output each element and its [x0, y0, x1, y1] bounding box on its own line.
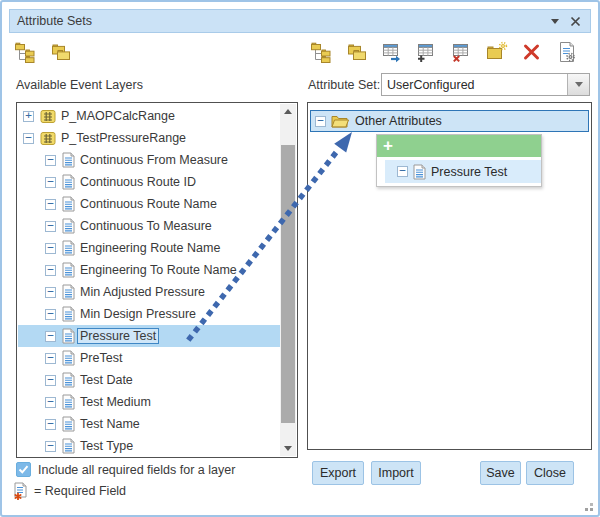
attribute-set-value: UserConfigured — [382, 74, 567, 95]
expand-tree-button[interactable] — [311, 41, 333, 63]
table-remove-icon — [451, 41, 473, 63]
expander-icon[interactable]: − — [45, 221, 56, 232]
expander-icon[interactable]: − — [45, 419, 56, 430]
expander-icon[interactable]: − — [45, 331, 56, 342]
field-icon — [62, 372, 75, 388]
attribute-sets-dialog: Attribute Sets Available Event Layers At… — [0, 0, 600, 517]
tree-item-label: P_MAOPCalcRange — [61, 109, 175, 123]
folder-new-button[interactable] — [486, 41, 508, 63]
tree-item-min-adjusted-pressure[interactable]: −Min Adjusted Pressure — [18, 281, 280, 303]
expander-icon[interactable]: − — [45, 265, 56, 276]
save-button[interactable]: Save — [480, 461, 521, 485]
drop-indicator: + — [377, 135, 541, 157]
field-icon — [62, 196, 75, 212]
other-attributes-node[interactable]: − Other Attributes — [310, 110, 589, 132]
open-folders-icon — [50, 41, 72, 63]
delete-icon — [521, 41, 543, 63]
close-icon[interactable] — [570, 16, 581, 27]
window-menu-caret-icon[interactable] — [551, 19, 559, 24]
table-add-button[interactable] — [416, 41, 438, 63]
tree-item-continuous-route-name[interactable]: −Continuous Route Name — [18, 193, 280, 215]
other-attributes-label: Other Attributes — [355, 114, 442, 128]
expander-icon[interactable]: − — [45, 441, 56, 452]
field-icon — [62, 174, 75, 190]
table-import-icon — [381, 41, 403, 63]
dragged-item: − Pressure Test — [385, 160, 541, 183]
open-folders-button[interactable] — [50, 41, 72, 63]
include-required-checkbox[interactable] — [16, 462, 31, 477]
expand-tree-button[interactable] — [15, 41, 37, 63]
table-add-icon — [416, 41, 438, 63]
tree-item-pretest[interactable]: −PreTest — [18, 347, 280, 369]
tree-item-pressure-test[interactable]: −Pressure Test — [18, 325, 280, 347]
tree-item-label: Test Name — [80, 417, 140, 431]
expander-icon[interactable]: − — [45, 309, 56, 320]
tree-item-test-type[interactable]: −Test Type — [18, 435, 280, 457]
tree-item-engineering-route-name[interactable]: −Engineering Route Name — [18, 237, 280, 259]
tree-item-continuous-route-id[interactable]: −Continuous Route ID — [18, 171, 280, 193]
tree-item-label: Continuous Route ID — [80, 175, 196, 189]
field-icon — [62, 328, 75, 344]
tree-rows: +P_MAOPCalcRange−P_TestPressureRange−Con… — [18, 105, 280, 457]
tree-item-label: Min Design Pressure — [80, 307, 196, 321]
tree-item-test-date[interactable]: −Test Date — [18, 369, 280, 391]
field-icon — [413, 164, 426, 180]
field-icon — [62, 218, 75, 234]
open-folder-icon — [331, 114, 349, 128]
scroll-down-arrow-icon[interactable] — [280, 441, 296, 456]
report-settings-button[interactable] — [556, 41, 578, 63]
layer-icon — [40, 109, 56, 124]
expander-icon[interactable]: − — [45, 397, 56, 408]
available-event-layers-label: Available Event Layers — [16, 78, 143, 92]
include-required-row: Include all required fields for a layer — [16, 462, 235, 477]
open-folders-button[interactable] — [346, 41, 368, 63]
expander-icon[interactable]: − — [45, 353, 56, 364]
table-remove-button[interactable] — [451, 41, 473, 63]
scroll-up-arrow-icon[interactable] — [280, 104, 296, 119]
tree-item-continuous-to-measure[interactable]: −Continuous To Measure — [18, 215, 280, 237]
source-toolbar — [15, 41, 72, 63]
tree-item-p-testpressurerange[interactable]: −P_TestPressureRange — [18, 127, 280, 149]
expander-icon[interactable]: − — [45, 199, 56, 210]
tree-item-label: Continuous From Measure — [80, 153, 228, 167]
field-icon — [62, 240, 75, 256]
vertical-scrollbar[interactable] — [280, 104, 296, 456]
expander-icon[interactable]: − — [45, 287, 56, 298]
tree-item-engineering-to-route-name[interactable]: −Engineering To Route Name — [18, 259, 280, 281]
table-import-button[interactable] — [381, 41, 403, 63]
dropdown-button[interactable] — [567, 74, 589, 95]
target-toolbar — [311, 41, 578, 63]
field-icon — [62, 284, 75, 300]
import-button[interactable]: Import — [371, 461, 421, 485]
tree-item-test-name[interactable]: −Test Name — [18, 413, 280, 435]
resize-grip[interactable] — [590, 508, 593, 511]
tree-item-min-design-pressure[interactable]: −Min Design Pressure — [18, 303, 280, 325]
field-icon — [62, 350, 75, 366]
expander-icon[interactable]: − — [315, 116, 326, 127]
expander-icon[interactable]: − — [23, 133, 34, 144]
export-button[interactable]: Export — [312, 461, 364, 485]
expander-icon[interactable]: − — [45, 243, 56, 254]
tree-item-test-medium[interactable]: −Test Medium — [18, 391, 280, 413]
tree-item-label: P_TestPressureRange — [61, 131, 186, 145]
report-settings-icon — [556, 41, 578, 63]
required-field-icon — [13, 482, 29, 500]
tree-item-continuous-from-measure[interactable]: −Continuous From Measure — [18, 149, 280, 171]
tree-item-p-maopcalcrange[interactable]: +P_MAOPCalcRange — [18, 105, 280, 127]
expander-icon[interactable]: − — [45, 177, 56, 188]
tree-item-label: Engineering Route Name — [80, 241, 220, 255]
titlebar[interactable]: Attribute Sets — [9, 9, 591, 33]
expander-icon[interactable]: − — [45, 155, 56, 166]
expander-icon[interactable]: + — [23, 111, 34, 122]
expand-tree-icon — [311, 41, 333, 63]
delete-button[interactable] — [521, 41, 543, 63]
tree-item-label: PreTest — [80, 351, 122, 365]
attribute-set-dropdown[interactable]: UserConfigured — [381, 73, 590, 96]
tree-item-label: Test Date — [80, 373, 133, 387]
close-button[interactable]: Close — [526, 461, 574, 485]
include-required-label: Include all required fields for a layer — [38, 463, 235, 477]
attribute-set-tree-panel[interactable]: − Other Attributes + − Pressure Test — [307, 102, 592, 450]
scrollbar-thumb[interactable] — [281, 145, 295, 423]
available-layers-tree-panel[interactable]: +P_MAOPCalcRange−P_TestPressureRange−Con… — [16, 102, 298, 458]
expander-icon[interactable]: − — [45, 375, 56, 386]
